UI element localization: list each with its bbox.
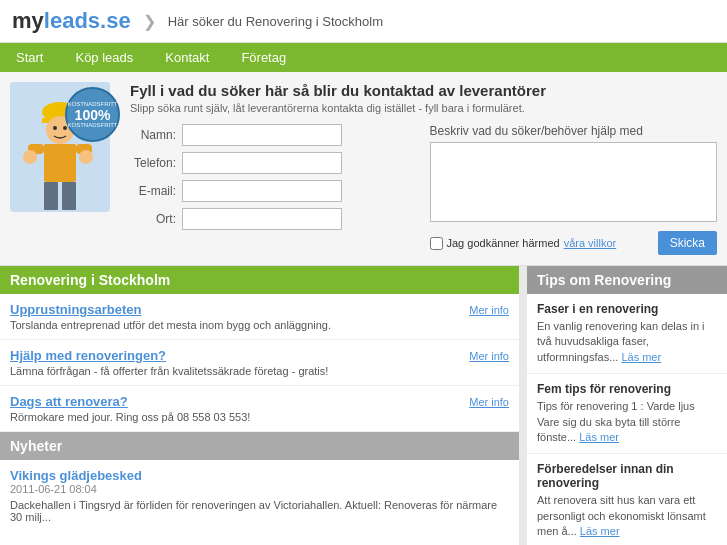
listing-title-1[interactable]: Upprustningsarbeten bbox=[10, 302, 461, 317]
right-column: Tips om Renovering Faser i en renovering… bbox=[527, 266, 727, 545]
tip-desc-3: Att renovera sitt hus kan vara ett perso… bbox=[537, 493, 717, 539]
svg-rect-6 bbox=[44, 144, 76, 182]
email-input[interactable] bbox=[182, 180, 342, 202]
logo-leads: leads bbox=[44, 8, 100, 34]
badge-percent: 100% bbox=[75, 108, 111, 122]
mer-info-3[interactable]: Mer info bbox=[469, 396, 509, 408]
tip-item-2: Fem tips för renovering Tips för renover… bbox=[527, 374, 727, 454]
listing-title-3[interactable]: Dags att renovera? bbox=[10, 394, 461, 409]
tip-item-1: Faser i en renovering En vanlig renoveri… bbox=[527, 294, 727, 374]
listing-title-2[interactable]: Hjälp med renoveringen? bbox=[10, 348, 461, 363]
tip-desc-1: En vanlig renovering kan delas in i två … bbox=[537, 319, 717, 365]
submit-button[interactable]: Skicka bbox=[658, 231, 717, 255]
svg-rect-12 bbox=[62, 182, 76, 210]
svg-point-9 bbox=[23, 150, 37, 164]
news-section: Nyheter Vikings glädjebesked 2011-06-21 … bbox=[0, 432, 519, 531]
listing-content-3: Dags att renovera? Rörmokare med jour. R… bbox=[10, 394, 461, 423]
form-title: Fyll i vad du söker här så blir du konta… bbox=[130, 82, 717, 99]
mer-info-1[interactable]: Mer info bbox=[469, 304, 509, 316]
phone-input[interactable] bbox=[182, 152, 342, 174]
las-mer-2[interactable]: Läs mer bbox=[579, 431, 619, 443]
content-columns: Renovering i Stockholm Upprustningsarbet… bbox=[0, 266, 727, 545]
news-header: Nyheter bbox=[0, 432, 519, 460]
las-mer-3[interactable]: Läs mer bbox=[580, 525, 620, 537]
terms-text: Jag godkänner härmed bbox=[447, 237, 560, 249]
city-label: Ort: bbox=[130, 212, 182, 226]
svg-point-10 bbox=[79, 150, 93, 164]
listing-desc-1: Torslanda entreprenad utför det mesta in… bbox=[10, 319, 461, 331]
badge: KOSTNADSFRITT 100% KOSTNADSFRITT bbox=[65, 87, 120, 142]
news-date-1: 2011-06-21 08:04 bbox=[10, 483, 509, 495]
header-tagline: Här söker du Renovering i Stockholm bbox=[168, 14, 383, 29]
city-row: Ort: bbox=[130, 208, 418, 230]
terms-checkbox[interactable] bbox=[430, 237, 443, 250]
news-item-1: Vikings glädjebesked 2011-06-21 08:04 Da… bbox=[0, 460, 519, 531]
listing-content-2: Hjälp med renoveringen? Lämna förfrågan … bbox=[10, 348, 461, 377]
form-right-col: Beskriv vad du söker/behöver hjälp med J… bbox=[430, 124, 718, 255]
city-input[interactable] bbox=[182, 208, 342, 230]
tip-item-3: Förberedelser innan din renovering Att r… bbox=[527, 454, 727, 545]
logo-se: .se bbox=[100, 8, 131, 34]
las-mer-1[interactable]: Läs mer bbox=[621, 351, 661, 363]
logo-my: my bbox=[12, 8, 44, 34]
badge-bottom-text: KOSTNADSFRITT bbox=[67, 122, 117, 129]
email-label: E-mail: bbox=[130, 184, 182, 198]
svg-point-4 bbox=[53, 126, 57, 130]
site-header: myleads.se ❯ Här söker du Renovering i S… bbox=[0, 0, 727, 43]
mer-info-2[interactable]: Mer info bbox=[469, 350, 509, 362]
nav-kontakt[interactable]: Kontakt bbox=[149, 43, 225, 72]
nav-start[interactable]: Start bbox=[0, 43, 59, 72]
phone-label: Telefon: bbox=[130, 156, 182, 170]
form-left-col: Namn: Telefon: E-mail: Ort: bbox=[130, 124, 418, 255]
tip-desc-2: Tips för renovering 1 : Varde ljus Vare … bbox=[537, 399, 717, 445]
name-label: Namn: bbox=[130, 128, 182, 142]
form-subtitle: Slipp söka runt själv, låt leverantörern… bbox=[130, 102, 717, 114]
left-column: Renovering i Stockholm Upprustningsarbet… bbox=[0, 266, 519, 545]
describe-label: Beskriv vad du söker/behöver hjälp med bbox=[430, 124, 718, 138]
nav-kop-leads[interactable]: Köp leads bbox=[59, 43, 149, 72]
phone-row: Telefon: bbox=[130, 152, 418, 174]
tip-title-1: Faser i en renovering bbox=[537, 302, 717, 316]
listing-item-2: Hjälp med renoveringen? Lämna förfrågan … bbox=[0, 340, 519, 386]
main-nav: Start Köp leads Kontakt Företag bbox=[0, 43, 727, 72]
hero-image: KOSTNADSFRITT 100% KOSTNADSFRITT bbox=[10, 82, 120, 255]
news-title-1[interactable]: Vikings glädjebesked bbox=[10, 468, 509, 483]
listing-item-1: Upprustningsarbeten Torslanda entreprena… bbox=[0, 294, 519, 340]
nav-foretag[interactable]: Företag bbox=[225, 43, 302, 72]
hero-section: KOSTNADSFRITT 100% KOSTNADSFRITT Fyll i … bbox=[0, 72, 727, 266]
form-bottom: Jag godkänner härmed våra villkor Skicka bbox=[430, 231, 718, 255]
svg-point-5 bbox=[63, 126, 67, 130]
left-section-header: Renovering i Stockholm bbox=[0, 266, 519, 294]
describe-textarea[interactable] bbox=[430, 142, 718, 222]
tip-title-3: Förberedelser innan din renovering bbox=[537, 462, 717, 490]
logo-arrow: ❯ bbox=[143, 12, 156, 31]
tip-desc-text-3: Att renovera sitt hus kan vara ett perso… bbox=[537, 494, 706, 537]
svg-rect-11 bbox=[44, 182, 58, 210]
site-logo: myleads.se bbox=[12, 8, 131, 34]
listing-content-1: Upprustningsarbeten Torslanda entreprena… bbox=[10, 302, 461, 331]
right-section-header: Tips om Renovering bbox=[527, 266, 727, 294]
name-input[interactable] bbox=[182, 124, 342, 146]
terms-link[interactable]: våra villkor bbox=[564, 237, 617, 249]
listing-item-3: Dags att renovera? Rörmokare med jour. R… bbox=[0, 386, 519, 432]
lead-form: Fyll i vad du söker här så blir du konta… bbox=[130, 82, 717, 255]
form-layout: Namn: Telefon: E-mail: Ort: Beskriv vad … bbox=[130, 124, 717, 255]
listing-desc-2: Lämna förfrågan - få offerter från kvali… bbox=[10, 365, 461, 377]
news-desc-1: Dackehallen i Tingsryd är förliden för r… bbox=[10, 499, 509, 523]
terms-row: Jag godkänner härmed våra villkor bbox=[430, 237, 617, 250]
listing-desc-3: Rörmokare med jour. Ring oss på 08 558 0… bbox=[10, 411, 461, 423]
name-row: Namn: bbox=[130, 124, 418, 146]
email-row: E-mail: bbox=[130, 180, 418, 202]
tip-title-2: Fem tips för renovering bbox=[537, 382, 717, 396]
